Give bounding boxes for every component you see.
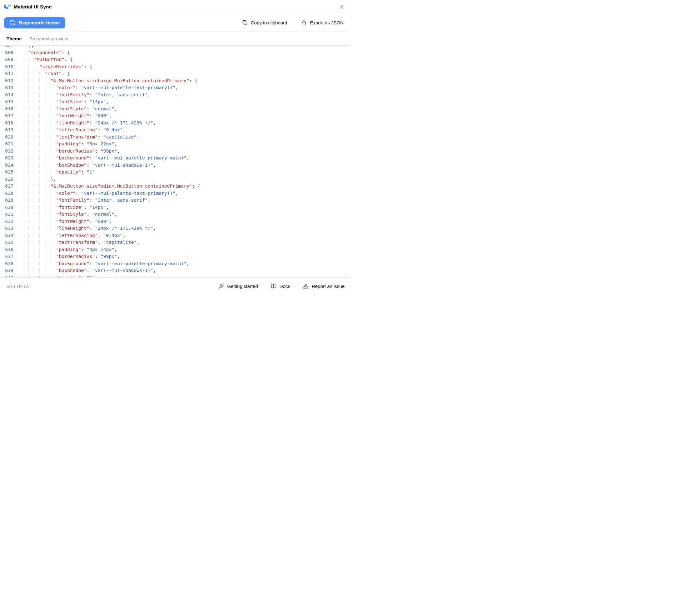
indent-guide bbox=[23, 56, 28, 62]
code-line: 613 "color": "var(--mui-palette-text-pri… bbox=[0, 84, 350, 91]
indent-guide bbox=[28, 113, 34, 118]
line-number: 616 bbox=[0, 106, 13, 113]
code-line: 629 "fontFamily": "Inter, sans-serif", bbox=[0, 197, 350, 204]
line-number: 624 bbox=[0, 162, 13, 169]
line-number: 623 bbox=[0, 155, 13, 162]
indent-guide bbox=[34, 183, 40, 189]
code-line: 639 "boxShadow": "var(--mui-shadows-1)", bbox=[0, 267, 350, 274]
copy-to-clipboard-button[interactable]: Copy to clipboard bbox=[242, 20, 287, 26]
code-line: 618 "lineHeight": "24px /* 171.429% */", bbox=[0, 120, 350, 127]
indent-guide bbox=[28, 155, 34, 160]
code-line: 608 "components": { bbox=[0, 49, 350, 56]
line-number: 637 bbox=[0, 253, 13, 260]
code-line: 625 "opacity": "1" bbox=[0, 169, 350, 176]
line-number: 610 bbox=[0, 63, 13, 70]
export-as-json-button[interactable]: Export as JSON bbox=[301, 20, 344, 26]
indent-guide bbox=[39, 211, 45, 217]
line-number: 632 bbox=[0, 218, 13, 225]
indent-guide bbox=[51, 127, 56, 132]
line-number: 609 bbox=[0, 56, 13, 63]
line-number: 627 bbox=[0, 183, 13, 190]
indent-guide bbox=[23, 85, 28, 90]
code-line: 614 "fontFamily": "Inter, sans-serif", bbox=[0, 91, 350, 99]
close-button[interactable] bbox=[338, 3, 345, 11]
line-number: 618 bbox=[0, 120, 13, 127]
indent-guide bbox=[45, 176, 51, 182]
code-line: 638 "background": "var(--mui-palette-pri… bbox=[0, 260, 350, 267]
report-an-issue-link[interactable]: Report an issue bbox=[303, 283, 345, 289]
indent-guide bbox=[28, 275, 34, 277]
indent-guide bbox=[45, 239, 51, 245]
indent-guide bbox=[39, 155, 45, 160]
indent-guide bbox=[39, 85, 45, 90]
tab-theme[interactable]: Theme bbox=[7, 36, 22, 41]
indent-guide bbox=[28, 233, 34, 238]
line-number: 620 bbox=[0, 134, 13, 141]
code-line: 615 "fontSize": "14px", bbox=[0, 98, 350, 106]
code-line: 637 "borderRadius": "99px", bbox=[0, 253, 350, 260]
indent-guide bbox=[34, 127, 40, 132]
line-number: 614 bbox=[0, 91, 13, 99]
indent-guide bbox=[39, 134, 45, 140]
code-line: 621 "padding": "6px 22px", bbox=[0, 140, 350, 148]
indent-guide bbox=[28, 225, 34, 231]
code-line: 623 "background": "var(--mui-palette-pri… bbox=[0, 155, 350, 162]
indent-guide bbox=[39, 275, 45, 277]
indent-guide bbox=[28, 127, 34, 132]
code-line: 620 "textTransform": "capitalize", bbox=[0, 134, 350, 141]
indent-guide bbox=[51, 134, 56, 140]
rocket-icon bbox=[218, 283, 224, 289]
indent-guide bbox=[39, 113, 45, 118]
indent-guide bbox=[28, 56, 34, 62]
code-line: 609 "MuiButton": { bbox=[0, 56, 350, 63]
line-number: 626 bbox=[0, 176, 13, 183]
indent-guide bbox=[34, 99, 40, 104]
getting-started-label: Getting started bbox=[227, 283, 258, 289]
indent-guide bbox=[28, 176, 34, 182]
sync-icon bbox=[9, 20, 16, 26]
indent-guide bbox=[39, 197, 45, 203]
indent-guide bbox=[28, 267, 34, 273]
regenerate-theme-button[interactable]: Regenerate theme bbox=[4, 17, 65, 28]
indent-guide bbox=[23, 211, 28, 217]
indent-guide bbox=[23, 267, 28, 273]
indent-guide bbox=[51, 92, 56, 97]
indent-guide bbox=[34, 225, 40, 231]
mui-logo bbox=[4, 4, 11, 10]
indent-guide bbox=[34, 71, 40, 76]
indent-guide bbox=[28, 218, 34, 224]
indent-guide bbox=[45, 85, 51, 90]
indent-guide bbox=[34, 141, 40, 146]
indent-guide bbox=[28, 92, 34, 97]
indent-guide bbox=[28, 204, 34, 210]
indent-guide bbox=[39, 162, 45, 168]
indent-guide bbox=[39, 233, 45, 238]
copy-icon bbox=[242, 20, 248, 26]
toolbar-actions: Copy to clipboard Export as JSON bbox=[242, 20, 344, 26]
indent-guide bbox=[34, 120, 40, 125]
indent-guide bbox=[34, 106, 40, 111]
indent-guide bbox=[45, 225, 51, 231]
indent-guide bbox=[28, 253, 34, 259]
indent-guide bbox=[23, 120, 28, 125]
indent-guide bbox=[51, 85, 56, 90]
export-as-json-label: Export as JSON bbox=[310, 20, 344, 25]
line-number: 617 bbox=[0, 112, 13, 120]
indent-guide bbox=[23, 275, 28, 277]
indent-guide bbox=[23, 204, 28, 210]
getting-started-link[interactable]: Getting started bbox=[218, 283, 258, 289]
footer: v0.1 BETA Getting started bbox=[0, 277, 350, 294]
indent-guide bbox=[45, 162, 51, 168]
indent-guide bbox=[51, 99, 56, 104]
book-icon bbox=[271, 283, 277, 289]
docs-link[interactable]: Docs bbox=[271, 283, 290, 289]
line-number: 638 bbox=[0, 260, 13, 267]
theme-json-editor[interactable]: 607 },608 "components": {609 "MuiButton"… bbox=[0, 46, 350, 277]
line-number: 635 bbox=[0, 239, 13, 246]
code-line: 635 "textTransform": "capitalize", bbox=[0, 239, 350, 246]
tab-storybook-preview[interactable]: Storybook preview bbox=[29, 36, 68, 41]
indent-guide bbox=[39, 92, 45, 97]
indent-guide bbox=[51, 190, 56, 196]
line-number: 629 bbox=[0, 197, 13, 204]
code-line: 626 }, bbox=[0, 176, 350, 183]
